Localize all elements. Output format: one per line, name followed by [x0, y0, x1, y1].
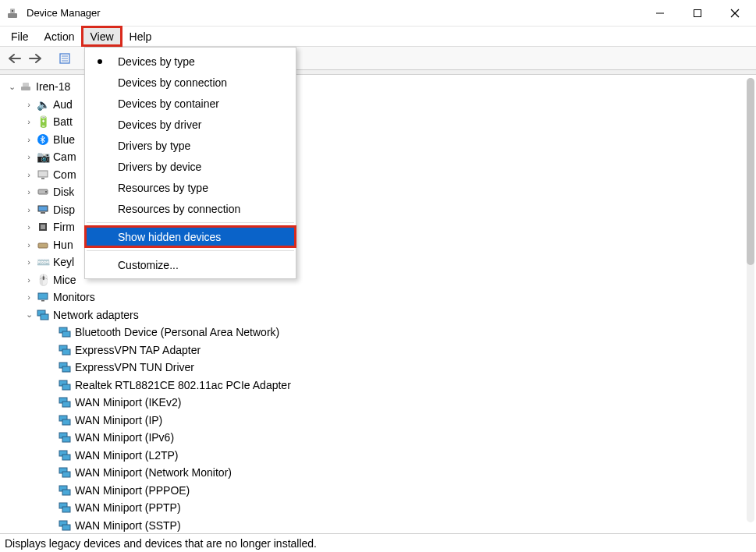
- svg-rect-32: [62, 366, 70, 372]
- tree-label: WAN Miniport (IKEv2): [75, 396, 181, 409]
- expand-icon[interactable]: ›: [23, 170, 34, 179]
- tree-network-item[interactable]: ›Realtek RTL8821CE 802.11ac PCIe Adapter: [6, 377, 756, 395]
- battery-icon: 🔋: [36, 115, 50, 129]
- expand-icon[interactable]: ›: [23, 100, 34, 109]
- network-adapter-icon: [58, 378, 72, 392]
- tree-network-item[interactable]: ›Bluetooth Device (Personal Area Network…: [6, 324, 756, 341]
- tree-label: Blue: [53, 133, 75, 146]
- menu-item-label: Show hidden devices: [118, 231, 221, 243]
- view-dropdown: Devices by type Devices by connection De…: [84, 47, 296, 279]
- speaker-icon: 🔈: [36, 97, 50, 111]
- tree-root-label: Iren-18: [36, 80, 70, 93]
- svg-rect-42: [62, 455, 70, 460]
- tree-label: Disp: [53, 203, 75, 216]
- tree-label: WAN Miniport (IP): [75, 414, 162, 426]
- tree-category-monitors[interactable]: › Monitors: [6, 288, 756, 306]
- tree-network-item[interactable]: ›WAN Miniport (IP): [6, 412, 756, 430]
- menu-help[interactable]: Help: [122, 27, 160, 46]
- svg-rect-30: [62, 349, 70, 355]
- window-controls: [642, 2, 753, 25]
- disk-icon: [36, 185, 50, 199]
- expand-icon[interactable]: ›: [23, 152, 34, 161]
- tree-network-item[interactable]: ›WAN Miniport (PPTP): [6, 499, 756, 517]
- tree-label: Firm: [53, 221, 75, 233]
- menu-devices-by-container[interactable]: Devices by container: [85, 93, 296, 114]
- properties-icon[interactable]: [56, 50, 73, 67]
- svg-rect-48: [62, 507, 70, 512]
- expand-icon[interactable]: ›: [23, 257, 34, 267]
- expand-icon[interactable]: ›: [23, 275, 34, 285]
- tree-label: WAN Miniport (PPPOE): [75, 484, 190, 497]
- tree-category-network[interactable]: ⌄ Network adapters: [6, 306, 756, 324]
- menu-item-label: Devices by container: [118, 97, 219, 110]
- svg-rect-36: [62, 402, 70, 407]
- expand-icon[interactable]: ›: [23, 292, 34, 302]
- menu-file[interactable]: File: [3, 27, 37, 46]
- camera-icon: 📷: [36, 150, 50, 164]
- tree-network-item[interactable]: ›WAN Miniport (L2TP): [6, 447, 756, 465]
- menu-resources-by-type[interactable]: Resources by type: [85, 177, 296, 198]
- computer-icon: [19, 80, 33, 94]
- menu-separator: [87, 250, 294, 251]
- tree-network-item[interactable]: ›WAN Miniport (PPPOE): [6, 482, 756, 500]
- forward-icon[interactable]: [27, 50, 44, 67]
- svg-rect-44: [62, 472, 70, 477]
- tree-network-item[interactable]: ›WAN Miniport (Network Monitor): [6, 464, 756, 482]
- tree-label: Disk: [53, 186, 74, 198]
- network-adapter-icon: [58, 501, 72, 515]
- svg-rect-50: [62, 525, 70, 530]
- expand-icon[interactable]: ›: [23, 187, 34, 196]
- window-title: Device Manager: [27, 7, 642, 19]
- tree-label: ExpressVPN TUN Driver: [75, 361, 194, 373]
- expand-icon[interactable]: ›: [23, 117, 34, 126]
- menu-devices-by-type[interactable]: Devices by type: [85, 51, 296, 72]
- menu-drivers-by-type[interactable]: Drivers by type: [85, 135, 296, 156]
- scrollbar-thumb[interactable]: [747, 78, 754, 265]
- bluetooth-icon: [36, 133, 50, 147]
- svg-rect-28: [62, 331, 70, 337]
- minimize-button[interactable]: [642, 2, 678, 25]
- tree-label: Batt: [53, 115, 73, 128]
- monitor-icon: [36, 290, 50, 304]
- svg-rect-15: [41, 178, 44, 179]
- menu-item-label: Resources by type: [118, 182, 208, 194]
- expand-icon[interactable]: ›: [23, 135, 34, 144]
- maximize-button[interactable]: [680, 2, 715, 25]
- svg-rect-21: [41, 225, 45, 229]
- svg-rect-19: [41, 212, 45, 214]
- svg-rect-2: [12, 10, 13, 12]
- close-button[interactable]: [717, 2, 753, 25]
- tree-label: Network adapters: [53, 309, 139, 321]
- tree-network-item[interactable]: ›ExpressVPN TUN Driver: [6, 359, 756, 377]
- tree-network-item[interactable]: ›ExpressVPN TAP Adapter: [6, 341, 756, 359]
- menu-item-label: Devices by type: [118, 55, 195, 68]
- tree-network-item[interactable]: ›WAN Miniport (SSTP): [6, 517, 756, 534]
- expand-icon[interactable]: ›: [23, 205, 34, 214]
- menu-view[interactable]: View: [82, 27, 121, 46]
- svg-rect-4: [694, 9, 701, 16]
- vertical-scrollbar[interactable]: [747, 78, 754, 522]
- menu-devices-by-connection[interactable]: Devices by connection: [85, 72, 296, 93]
- svg-rect-22: [38, 243, 48, 248]
- expand-icon[interactable]: ›: [23, 240, 34, 249]
- collapse-icon[interactable]: ⌄: [6, 82, 17, 92]
- tree-label: WAN Miniport (Network Monitor): [75, 466, 232, 479]
- tree-label: Hun: [53, 239, 73, 251]
- collapse-icon[interactable]: ⌄: [23, 310, 34, 320]
- tree-network-item[interactable]: ›WAN Miniport (IKEv2): [6, 394, 756, 412]
- bullet-icon: [98, 59, 102, 64]
- menu-drivers-by-device[interactable]: Drivers by device: [85, 156, 296, 177]
- svg-rect-38: [62, 419, 70, 425]
- tree-network-item[interactable]: ›WAN Miniport (IPv6): [6, 429, 756, 447]
- svg-rect-40: [62, 437, 70, 442]
- menu-action[interactable]: Action: [37, 27, 83, 46]
- menu-resources-by-connection[interactable]: Resources by connection: [85, 198, 296, 219]
- menu-show-hidden-devices[interactable]: Show hidden devices: [85, 226, 296, 247]
- expand-icon[interactable]: ›: [23, 222, 34, 232]
- network-adapter-icon: [58, 395, 72, 409]
- menu-item-label: Devices by driver: [118, 119, 201, 131]
- tree-label: Bluetooth Device (Personal Area Network): [75, 326, 279, 338]
- menu-devices-by-driver[interactable]: Devices by driver: [85, 114, 296, 135]
- back-icon[interactable]: [6, 50, 23, 67]
- menu-customize[interactable]: Customize...: [85, 254, 296, 275]
